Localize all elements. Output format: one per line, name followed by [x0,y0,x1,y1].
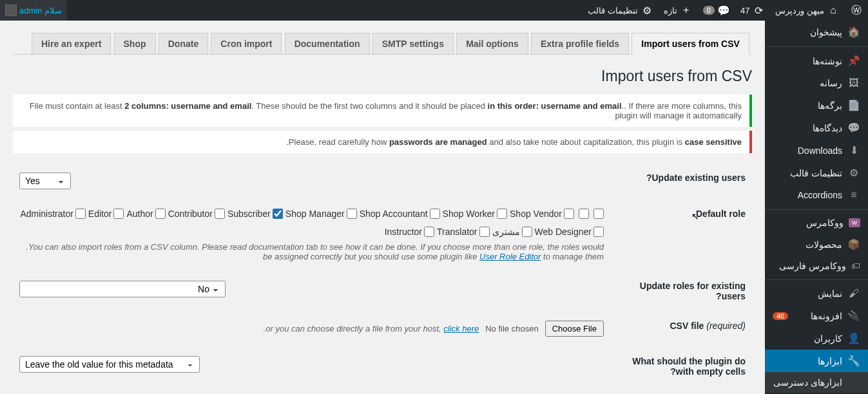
comments-count: 0 [703,6,715,15]
greeting-text: سلام admin [19,6,62,15]
role-editor[interactable]: Editor [88,209,124,219]
role-author[interactable]: Author [126,209,165,219]
checkbox-blank1[interactable] [593,209,604,219]
checkbox-web_designer[interactable] [593,227,604,237]
plugin-icon: 🔌 [847,310,860,322]
menu-dashboard[interactable]: 🏠پیشخوان [765,21,868,43]
checkbox-instructor[interactable] [424,227,434,237]
menu-accordions[interactable]: ≡Accordions [765,184,868,206]
label-update-existing: Update existing users? [610,163,752,199]
tab-donate[interactable]: Donate [159,33,208,54]
role-shop_worker[interactable]: Shop Worker [443,209,507,219]
site-name[interactable]: ⌂میهن وردپرس [770,0,845,21]
comment-icon: 💬 [717,5,730,17]
link-click-here[interactable]: click here [443,324,479,333]
settings-form: Update existing users? Yes Default role … [13,163,752,386]
role-shop_manager[interactable]: Shop Manager [285,209,357,219]
role-shop_accountant[interactable]: Shop Accountant [360,209,440,219]
home-icon: ⌂ [827,5,840,16]
my-account[interactable]: سلام admin [0,0,67,21]
updates[interactable]: ⟳47 [735,0,770,21]
woo-farsi-icon: 🏷 [851,261,860,271]
menu-comments[interactable]: 💬دیدگاه‌ها [765,117,868,139]
tab-cron-import[interactable]: Cron import [211,33,282,54]
menu-users[interactable]: 👤کاربران [765,327,868,350]
checkbox-blank2[interactable] [579,209,589,219]
tab-extra-fields[interactable]: Extra profile fields [531,33,629,54]
menu-appearance[interactable]: 🖌نمایش [765,279,868,305]
checkbox-shop_accountant[interactable] [430,209,440,219]
checkbox-contributor[interactable] [215,209,225,219]
menu-tools[interactable]: 🔧ابزارها [765,350,868,372]
checkbox-shop_vendor[interactable] [564,209,574,219]
role-checkbox-list: AdministratorEditorAuthorContributorSubs… [19,209,604,237]
menu-posts[interactable]: 📌نوشته‌ها [765,46,868,72]
comment-icon: 💬 [847,122,860,134]
role-customer[interactable]: مشتری [492,227,532,237]
gear-icon: ⚙ [847,167,860,179]
wrench-icon: 🔧 [847,355,860,367]
checkbox-translator[interactable] [479,227,490,237]
page-title: Import users from CSV [13,68,752,85]
theme-settings-bar[interactable]: ⚙تنظیمات قالب [583,0,659,21]
accordion-icon: ≡ [847,189,860,201]
checkbox-shop_worker[interactable] [497,209,507,219]
checkbox-customer[interactable] [522,227,532,237]
tab-shop[interactable]: Shop [114,33,156,54]
menu-downloads[interactable]: ⬇Downloads [765,139,868,162]
menu-woo-farsi[interactable]: 🏷ووکامرس فارسی [765,256,868,276]
checkbox-editor[interactable] [113,209,124,219]
updates-count: 47 [740,6,749,15]
tab-documentation[interactable]: Documentation [285,33,370,54]
comments[interactable]: 💬0 [698,0,735,21]
checkbox-subscriber[interactable] [273,209,283,219]
new-content[interactable]: +تازه [659,0,698,21]
role-administrator[interactable]: Administrator [20,209,85,219]
theme-settings-label: تنظیمات قالب [588,6,638,15]
menu-extra[interactable]: ابزارهای دسترسی [765,372,868,393]
role-shop_vendor[interactable]: Shop Vendor [510,209,574,219]
menu-plugins[interactable]: 🔌افزونه‌ها46 [765,305,868,327]
tab-import[interactable]: Import users from CSV [632,33,749,55]
site-name-label: میهن وردپرس [775,6,824,15]
menu-products[interactable]: 📦محصولات [765,233,868,256]
tab-mail-options[interactable]: Mail options [456,33,528,54]
checkbox-author[interactable] [155,209,166,219]
role-blank1[interactable] [592,209,604,219]
menu-theme-settings[interactable]: ⚙تنظیمات قالب [765,162,868,184]
select-empty-cells[interactable]: Leave the old value for this metadata [19,356,200,373]
menu-woocommerce[interactable]: Wووکامرس [765,209,868,233]
choose-file-button[interactable]: Choose File [545,321,604,337]
role-contributor[interactable]: Contributor [168,209,225,219]
menu-pages[interactable]: 📄برگه‌ها [765,94,868,117]
download-icon: ⬇ [847,144,860,156]
plus-icon: + [680,5,693,16]
role-subscriber[interactable]: Subscriber [227,209,283,219]
role-description: You can also import roles from a CSV col… [19,242,604,261]
link-user-role-editor[interactable]: User Role Editor [479,252,541,261]
tab-hire[interactable]: Hire an expert [32,33,111,54]
notice-columns: File must contain at least 2 columns: us… [13,95,752,127]
role-translator[interactable]: Translator [437,227,490,237]
role-web_designer[interactable]: Web Designer [535,227,604,237]
menu-media[interactable]: 🖼رسانه [765,72,868,94]
page-icon: 📄 [847,99,860,111]
select-update-existing[interactable]: Yes [19,173,71,189]
admin-bar: ⓦ ⌂میهن وردپرس ⟳47 💬0 +تازه ⚙تنظیمات قال… [0,0,868,21]
file-note: or you can choose directly a file from y… [264,324,479,333]
gear-icon: ⚙ [641,5,653,17]
new-label: تازه [664,6,677,15]
file-status: No file chosen [485,324,538,333]
role-instructor[interactable]: Instructor [385,227,434,237]
wp-logo[interactable]: ⓦ [845,0,868,21]
tab-smtp-settings[interactable]: SMTP settings [372,33,454,54]
checkbox-administrator[interactable] [75,209,86,219]
users-icon: 👤 [847,332,860,344]
checkbox-shop_manager[interactable] [347,209,357,219]
role-blank2[interactable] [577,209,589,219]
product-icon: 📦 [847,238,860,250]
select-update-roles[interactable]: No [19,281,226,297]
label-csv-file: CSV file (required) [610,311,752,346]
label-empty-cells: What should the plugin do with empty cel… [610,346,752,386]
plugin-update-badge: 46 [773,312,788,320]
